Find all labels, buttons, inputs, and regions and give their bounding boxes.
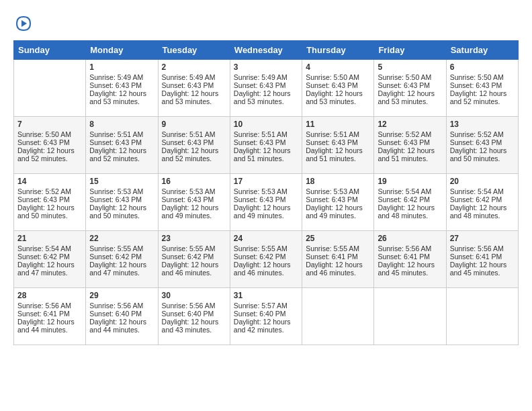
cell-info-line: Daylight: 12 hours bbox=[17, 261, 82, 269]
day-number: 5 bbox=[378, 62, 442, 72]
calendar-cell: 16Sunrise: 5:53 AMSunset: 6:43 PMDayligh… bbox=[158, 174, 230, 231]
cell-info-line: Daylight: 12 hours bbox=[450, 89, 515, 97]
cell-info-line: Daylight: 12 hours bbox=[89, 203, 154, 212]
day-number: 2 bbox=[162, 62, 226, 72]
cell-info-line: Daylight: 12 hours bbox=[162, 261, 226, 269]
calendar-cell: 14Sunrise: 5:52 AMSunset: 6:43 PMDayligh… bbox=[14, 174, 86, 231]
day-number: 30 bbox=[162, 291, 226, 300]
cell-info-line: Sunset: 6:42 PM bbox=[234, 253, 298, 261]
day-number: 8 bbox=[89, 120, 154, 129]
cell-info-line: and 53 minutes. bbox=[306, 97, 370, 105]
day-number: 12 bbox=[378, 120, 442, 129]
page-header bbox=[13, 13, 519, 34]
day-number: 17 bbox=[234, 177, 298, 186]
cell-info-line: Sunset: 6:43 PM bbox=[306, 81, 370, 89]
calendar-cell: 4Sunrise: 5:50 AMSunset: 6:43 PMDaylight… bbox=[302, 60, 374, 117]
cell-info-line: Daylight: 12 hours bbox=[89, 89, 154, 97]
cell-info-line: and 53 minutes. bbox=[378, 97, 442, 105]
calendar-cell bbox=[446, 288, 518, 345]
calendar-cell: 20Sunrise: 5:54 AMSunset: 6:42 PMDayligh… bbox=[446, 174, 518, 231]
cell-info-line: Sunset: 6:41 PM bbox=[17, 310, 82, 318]
cell-info-line: and 52 minutes. bbox=[450, 97, 515, 105]
cell-info-line: Sunrise: 5:50 AM bbox=[378, 73, 442, 81]
cell-info-line: and 49 minutes. bbox=[162, 212, 226, 220]
cell-info-line: and 47 minutes. bbox=[89, 269, 154, 277]
cell-info-line: Sunrise: 5:53 AM bbox=[162, 187, 226, 195]
cell-info-line: Sunset: 6:43 PM bbox=[17, 138, 82, 146]
cell-info-line: Sunrise: 5:57 AM bbox=[234, 302, 298, 310]
weekday-header: Thursday bbox=[302, 41, 374, 60]
calendar-cell: 17Sunrise: 5:53 AMSunset: 6:43 PMDayligh… bbox=[230, 174, 302, 231]
cell-info-line: and 47 minutes. bbox=[17, 269, 82, 277]
cell-info-line: Sunset: 6:43 PM bbox=[378, 138, 442, 146]
cell-info-line: Sunrise: 5:52 AM bbox=[450, 130, 515, 138]
cell-info-line: Sunrise: 5:55 AM bbox=[162, 244, 226, 253]
cell-info-line: Sunrise: 5:55 AM bbox=[89, 244, 154, 253]
cell-info-line: Sunrise: 5:53 AM bbox=[234, 187, 298, 195]
day-number: 10 bbox=[234, 120, 298, 129]
cell-info-line: Sunrise: 5:56 AM bbox=[17, 302, 82, 310]
cell-info-line: and 44 minutes. bbox=[17, 326, 82, 334]
cell-info-line: Daylight: 12 hours bbox=[234, 89, 298, 97]
day-number: 13 bbox=[450, 120, 515, 129]
cell-info-line: Daylight: 12 hours bbox=[17, 146, 82, 154]
cell-info-line: Sunset: 6:43 PM bbox=[234, 138, 298, 146]
day-number: 6 bbox=[450, 62, 515, 72]
day-number: 27 bbox=[450, 234, 515, 243]
calendar-cell: 30Sunrise: 5:56 AMSunset: 6:40 PMDayligh… bbox=[158, 288, 230, 345]
cell-info-line: Daylight: 12 hours bbox=[234, 261, 298, 269]
calendar-cell: 24Sunrise: 5:55 AMSunset: 6:42 PMDayligh… bbox=[230, 231, 302, 288]
day-number: 9 bbox=[162, 120, 226, 129]
cell-info-line: Sunrise: 5:49 AM bbox=[89, 73, 154, 81]
calendar-cell: 28Sunrise: 5:56 AMSunset: 6:41 PMDayligh… bbox=[14, 288, 86, 345]
cell-info-line: Sunset: 6:40 PM bbox=[234, 310, 298, 318]
calendar-cell: 23Sunrise: 5:55 AMSunset: 6:42 PMDayligh… bbox=[158, 231, 230, 288]
day-number: 23 bbox=[162, 234, 226, 243]
cell-info-line: Sunset: 6:42 PM bbox=[378, 195, 442, 203]
calendar-cell bbox=[302, 288, 374, 345]
cell-info-line: Daylight: 12 hours bbox=[17, 203, 82, 212]
weekday-header: Tuesday bbox=[158, 41, 230, 60]
calendar-table: SundayMondayTuesdayWednesdayThursdayFrid… bbox=[13, 40, 519, 345]
cell-info-line: and 51 minutes. bbox=[234, 154, 298, 163]
cell-info-line: Daylight: 12 hours bbox=[378, 261, 442, 269]
logo bbox=[13, 13, 36, 34]
cell-info-line: Sunset: 6:40 PM bbox=[162, 310, 226, 318]
calendar-cell: 29Sunrise: 5:56 AMSunset: 6:40 PMDayligh… bbox=[86, 288, 158, 345]
cell-info-line: Sunset: 6:43 PM bbox=[378, 81, 442, 89]
cell-info-line: Sunset: 6:43 PM bbox=[162, 195, 226, 203]
weekday-header: Monday bbox=[86, 41, 158, 60]
cell-info-line: Sunrise: 5:49 AM bbox=[234, 73, 298, 81]
cell-info-line: Sunrise: 5:51 AM bbox=[306, 130, 370, 138]
cell-info-line: Daylight: 12 hours bbox=[378, 89, 442, 97]
day-number: 1 bbox=[89, 62, 154, 72]
cell-info-line: Sunset: 6:41 PM bbox=[378, 253, 442, 261]
calendar-cell: 5Sunrise: 5:50 AMSunset: 6:43 PMDaylight… bbox=[374, 60, 446, 117]
calendar-week-row: 1Sunrise: 5:49 AMSunset: 6:43 PMDaylight… bbox=[14, 60, 519, 117]
calendar-week-row: 28Sunrise: 5:56 AMSunset: 6:41 PMDayligh… bbox=[14, 288, 519, 345]
cell-info-line: and 50 minutes. bbox=[450, 154, 515, 163]
cell-info-line: Sunset: 6:43 PM bbox=[162, 81, 226, 89]
calendar-week-row: 14Sunrise: 5:52 AMSunset: 6:43 PMDayligh… bbox=[14, 174, 519, 231]
calendar-cell: 3Sunrise: 5:49 AMSunset: 6:43 PMDaylight… bbox=[230, 60, 302, 117]
calendar-cell bbox=[374, 288, 446, 345]
cell-info-line: Sunset: 6:42 PM bbox=[162, 253, 226, 261]
cell-info-line: and 48 minutes. bbox=[450, 212, 515, 220]
calendar-cell: 10Sunrise: 5:51 AMSunset: 6:43 PMDayligh… bbox=[230, 117, 302, 174]
cell-info-line: Sunrise: 5:51 AM bbox=[234, 130, 298, 138]
cell-info-line: and 52 minutes. bbox=[89, 154, 154, 163]
cell-info-line: Sunrise: 5:51 AM bbox=[89, 130, 154, 138]
cell-info-line: Daylight: 12 hours bbox=[89, 146, 154, 154]
cell-info-line: and 49 minutes. bbox=[234, 212, 298, 220]
cell-info-line: Sunrise: 5:52 AM bbox=[17, 187, 82, 195]
cell-info-line: Sunset: 6:43 PM bbox=[234, 81, 298, 89]
cell-info-line: and 50 minutes. bbox=[17, 212, 82, 220]
day-number: 31 bbox=[234, 291, 298, 300]
cell-info-line: Sunset: 6:43 PM bbox=[450, 81, 515, 89]
cell-info-line: Daylight: 12 hours bbox=[234, 318, 298, 326]
day-number: 20 bbox=[450, 177, 515, 186]
cell-info-line: and 45 minutes. bbox=[378, 269, 442, 277]
calendar-cell: 31Sunrise: 5:57 AMSunset: 6:40 PMDayligh… bbox=[230, 288, 302, 345]
cell-info-line: Sunrise: 5:49 AM bbox=[162, 73, 226, 81]
day-number: 29 bbox=[89, 291, 154, 300]
